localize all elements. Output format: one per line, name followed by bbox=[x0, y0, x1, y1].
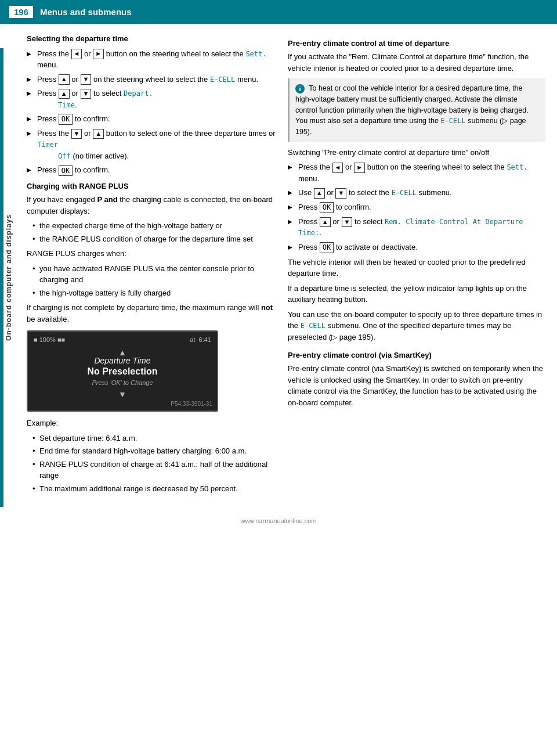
range-plus-bullets: you have activated RANGE PLUS via the ce… bbox=[27, 263, 276, 299]
arrow-item-2: Press ▲ or ▼ on the steering wheel to se… bbox=[27, 74, 276, 85]
charging-bullet-2: the RANGE PLUS condition of charge for t… bbox=[32, 233, 276, 245]
page-number: 196 bbox=[9, 6, 33, 18]
example-bullet-1: Set departure time: 6:41 a.m. bbox=[32, 433, 276, 444]
page-footer: www.carmanualonline.com bbox=[0, 513, 557, 529]
charging-bullet-1: the expected charge time of the high-vol… bbox=[32, 220, 276, 232]
arrow-item-4: Press OK to confirm. bbox=[27, 113, 276, 125]
sw-summary-text: You can use the on-board computer to spe… bbox=[288, 309, 545, 343]
btn-down-2: ▼ bbox=[81, 89, 92, 99]
left-column: Selecting the departure time Press the ◄… bbox=[27, 33, 276, 498]
sw-menu-ecell: E-CELL bbox=[392, 189, 417, 197]
right-column: Pre-entry climate control at time of dep… bbox=[288, 33, 545, 498]
example-label: Example: bbox=[27, 417, 276, 429]
sw-ecell-summary: E-CELL bbox=[301, 322, 325, 330]
btn-ok-1: OK bbox=[59, 114, 73, 125]
menu-ecell-1: E-CELL bbox=[210, 75, 235, 84]
arrow-item-5: Press the ▼ or ▲ button to select one of… bbox=[27, 128, 276, 162]
arrow-list-1: Press the ◄ or ► button on the steering … bbox=[27, 48, 276, 177]
sw-btn-down-1: ▼ bbox=[335, 188, 346, 198]
screen-mockup: ■ 100% ■■ at 6:41 ▲ Departure Time No Pr… bbox=[27, 330, 218, 412]
sw-arrow-item-3: Press OK to confirm. bbox=[288, 201, 545, 213]
sw-arrow-item-1: Press the ◄ or ► button on the steering … bbox=[288, 161, 545, 184]
btn-up-2: ▲ bbox=[59, 89, 70, 99]
example-bullet-2: End time for standard high-voltage batte… bbox=[32, 445, 276, 457]
charging-title: Charging with RANGE PLUS bbox=[27, 182, 276, 190]
btn-up-1: ▲ bbox=[59, 74, 70, 84]
arrow-item-6: Press OK to confirm. bbox=[27, 164, 276, 176]
pre-entry-intro: If you activate the "Rem. Climate Contro… bbox=[288, 51, 545, 74]
sw-btn-right: ► bbox=[354, 163, 365, 172]
sw-btn-up-2: ▲ bbox=[320, 217, 331, 227]
btn-up-3: ▲ bbox=[93, 129, 104, 139]
smartkey-body: Pre-entry climate control (via SmartKey)… bbox=[288, 363, 545, 408]
screen-top-bar: ■ 100% ■■ at 6:41 bbox=[28, 336, 217, 343]
header-bar: 196 Menus and submenus bbox=[0, 0, 557, 24]
sw-btn-up-1: ▲ bbox=[314, 188, 325, 198]
sw-btn-down-2: ▼ bbox=[342, 217, 353, 227]
sw-btn-ok-1: OK bbox=[320, 202, 334, 213]
sw-menu-rem-cli: Rem. Climate Control At Departure Time: bbox=[298, 218, 523, 237]
btn-down-1: ▼ bbox=[81, 74, 92, 84]
screen-time: at 6:41 bbox=[190, 336, 211, 343]
screen-title: Departure Time bbox=[94, 356, 150, 365]
btn-right: ► bbox=[93, 49, 104, 59]
example-bullet-3: RANGE PLUS condition of charge at 6:41 a… bbox=[32, 459, 276, 481]
screen-arrow-down: ▼ bbox=[118, 390, 126, 399]
menu-sett-1: Sett. bbox=[245, 50, 266, 58]
screen-subtitle: No Preselection bbox=[88, 366, 158, 377]
range-bullet-1: you have activated RANGE PLUS via the ce… bbox=[32, 263, 276, 286]
sw-after-text: The vehicle interior will then be heated… bbox=[288, 257, 545, 279]
info-icon: i bbox=[295, 84, 305, 93]
selecting-title: Selecting the departure time bbox=[27, 33, 276, 45]
sw-indicator-text: If a departure time is selected, the yel… bbox=[288, 283, 545, 305]
screen-battery: ■ 100% ■■ bbox=[34, 336, 65, 343]
range-plus-header: RANGE PLUS charges when: bbox=[27, 248, 276, 260]
smartkey-title: Pre-entry climate control (via SmartKey) bbox=[288, 351, 545, 359]
sw-arrow-item-5: Press OK to activate or deactivate. bbox=[288, 242, 545, 253]
range-bullet-2: the high-voltage battery is fully charge… bbox=[32, 287, 276, 299]
screen-arrow-up: ▲ bbox=[118, 348, 126, 357]
switching-title: Switching "Pre-entry climate control at … bbox=[288, 147, 545, 159]
btn-ok-2: OK bbox=[59, 165, 73, 177]
pre-entry-title: Pre-entry climate control at time of dep… bbox=[288, 39, 545, 48]
sw-arrow-item-4: Press ▲ or ▼ to select Rem. Climate Cont… bbox=[288, 216, 545, 239]
switching-arrow-list: Press the ◄ or ► button on the steering … bbox=[288, 161, 545, 253]
btn-left: ◄ bbox=[71, 49, 82, 59]
sw-arrow-item-2: Use ▲ or ▼ to select the E-CELL submenu. bbox=[288, 187, 545, 199]
arrow-item-3: Press ▲ or ▼ to select Depart. Time. bbox=[27, 88, 276, 110]
menu-timer-off: Timer Off bbox=[37, 141, 71, 160]
menu-depart: Depart. Time bbox=[37, 89, 153, 109]
sw-btn-ok-2: OK bbox=[320, 242, 334, 253]
sw-btn-left: ◄ bbox=[332, 163, 343, 172]
header-title: Menus and submenus bbox=[40, 7, 132, 17]
info-box: i To heat or cool the vehicle interior f… bbox=[288, 78, 545, 142]
btn-down-3: ▼ bbox=[71, 129, 82, 139]
example-bullet-4: The maximum additional range is decrease… bbox=[32, 483, 276, 495]
sw-menu-sett: Sett. bbox=[507, 163, 527, 171]
charging-warning: If charging is not complete by departure… bbox=[27, 302, 276, 325]
arrow-item-1: Press the ◄ or ► button on the steering … bbox=[27, 48, 276, 71]
screen-ref: P54.33-3901-31 bbox=[171, 401, 212, 407]
info-ecell: E-CELL bbox=[440, 117, 465, 125]
charging-bullets: the expected charge time of the high-vol… bbox=[27, 220, 276, 244]
example-bullets: Set departure time: 6:41 a.m. End time f… bbox=[27, 433, 276, 495]
charging-intro: If you have engaged P and the charging c… bbox=[27, 194, 276, 217]
screen-hint: Press 'OK' to Change bbox=[92, 379, 153, 386]
